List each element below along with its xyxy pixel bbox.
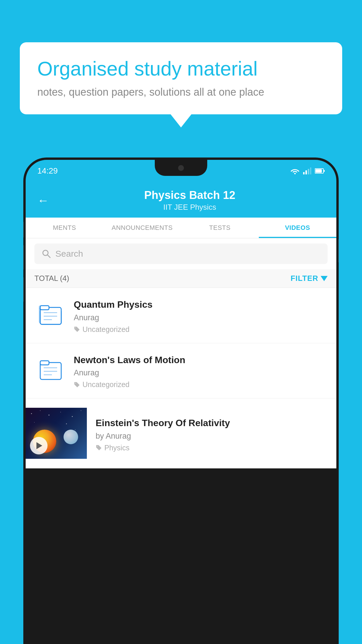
video-author-1: Anurag xyxy=(74,313,328,322)
phone-frame: 14:29 xyxy=(23,158,339,644)
tab-announcements[interactable]: ANNOUNCEMENTS xyxy=(103,218,181,238)
tab-videos[interactable]: VIDEOS xyxy=(259,218,337,238)
play-overlay xyxy=(26,408,87,459)
signal-icon xyxy=(303,167,311,174)
folder-svg-icon-2 xyxy=(37,356,64,381)
video-title-2: Newton's Laws of Motion xyxy=(74,354,328,366)
video-title-3: Einstein's Theory Of Relativity xyxy=(96,417,319,429)
play-button[interactable] xyxy=(30,437,48,454)
einstein-thumbnail xyxy=(26,408,87,459)
tag-icon-3 xyxy=(96,444,102,451)
list-item[interactable]: Einstein's Theory Of Relativity by Anura… xyxy=(26,398,336,468)
svg-rect-7 xyxy=(324,170,325,172)
svg-rect-4 xyxy=(310,167,311,174)
video-list: Quantum Physics Anurag Uncategorized xyxy=(26,288,336,468)
tag-label-1: Uncategorized xyxy=(82,325,129,334)
svg-point-0 xyxy=(294,173,296,174)
tag-icon-1 xyxy=(74,326,80,332)
speech-bubble-container: Organised study material notes, question… xyxy=(20,42,342,114)
folder-icon-1 xyxy=(34,297,66,329)
bubble-title: Organised study material xyxy=(37,57,325,81)
power-button xyxy=(338,239,339,262)
header-title-block: Physics Batch 12 IIT JEE Physics xyxy=(55,189,325,212)
filter-row: TOTAL (4) FILTER xyxy=(26,269,336,288)
wifi-icon xyxy=(290,167,300,174)
svg-line-9 xyxy=(48,255,50,258)
video-author-3: by Anurag xyxy=(96,432,319,441)
tab-bar: MENTS ANNOUNCEMENTS TESTS VIDEOS xyxy=(26,218,336,238)
svg-rect-2 xyxy=(305,170,307,174)
filter-button[interactable]: FILTER xyxy=(291,274,328,283)
back-button[interactable]: ← xyxy=(37,194,49,207)
svg-rect-14 xyxy=(40,306,49,310)
total-count: TOTAL (4) xyxy=(34,274,69,283)
tab-tests[interactable]: TESTS xyxy=(181,218,259,238)
video-info-2: Newton's Laws of Motion Anurag Uncategor… xyxy=(74,353,328,389)
video-info-1: Quantum Physics Anurag Uncategorized xyxy=(74,297,328,334)
video-tag-3: Physics xyxy=(96,444,319,452)
tab-documents[interactable]: MENTS xyxy=(26,218,103,238)
speech-bubble: Organised study material notes, question… xyxy=(20,42,342,114)
header-subtitle: IIT JEE Physics xyxy=(55,203,325,212)
header-title: Physics Batch 12 xyxy=(55,189,325,202)
video-author-2: Anurag xyxy=(74,368,328,377)
list-item[interactable]: Newton's Laws of Motion Anurag Uncategor… xyxy=(26,343,336,399)
filter-triangle-icon xyxy=(321,276,328,281)
video-info-3: Einstein's Theory Of Relativity by Anura… xyxy=(87,408,328,452)
tag-label-2: Uncategorized xyxy=(82,380,129,389)
tag-icon-2 xyxy=(74,382,80,388)
phone-inner: 14:29 xyxy=(26,160,336,644)
volume-down-button xyxy=(23,277,24,302)
play-triangle-icon xyxy=(36,442,42,449)
volume-up-button xyxy=(23,245,24,270)
search-icon xyxy=(42,249,51,258)
status-time: 14:29 xyxy=(37,166,58,176)
search-placeholder: Search xyxy=(55,249,83,259)
svg-rect-1 xyxy=(303,172,305,174)
search-container: Search xyxy=(26,238,336,269)
status-icons xyxy=(290,167,325,174)
svg-rect-19 xyxy=(40,361,49,365)
camera-dot xyxy=(178,165,184,171)
folder-svg-icon xyxy=(37,301,64,326)
video-tag-2: Uncategorized xyxy=(74,380,328,389)
app-header: ← Physics Batch 12 IIT JEE Physics xyxy=(26,182,336,218)
svg-rect-3 xyxy=(308,169,309,174)
svg-rect-6 xyxy=(315,169,322,173)
folder-icon-2 xyxy=(34,353,66,385)
bubble-subtitle: notes, question papers, solutions all at… xyxy=(37,86,325,98)
video-tag-1: Uncategorized xyxy=(74,325,328,334)
filter-label: FILTER xyxy=(291,274,318,283)
video-title-1: Quantum Physics xyxy=(74,299,328,311)
silent-button xyxy=(23,222,24,238)
notch xyxy=(155,160,207,176)
battery-icon xyxy=(315,168,325,174)
tag-label-3: Physics xyxy=(104,444,129,452)
search-input-wrap[interactable]: Search xyxy=(34,244,328,264)
list-item[interactable]: Quantum Physics Anurag Uncategorized xyxy=(26,288,336,343)
status-bar: 14:29 xyxy=(26,160,336,182)
